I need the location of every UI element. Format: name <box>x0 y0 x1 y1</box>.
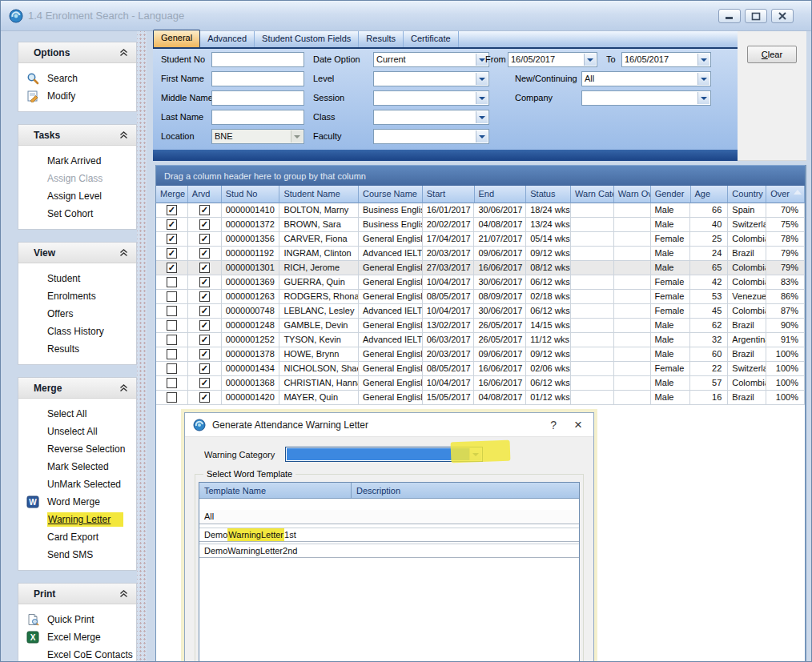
template-filter-row[interactable]: All <box>199 510 579 524</box>
arvd-checkbox[interactable]: ✓ <box>199 263 210 273</box>
arvd-checkbox[interactable]: ✓ <box>199 205 210 215</box>
middle-name-input[interactable] <box>211 90 304 106</box>
minimize-button[interactable] <box>718 9 741 23</box>
location-dropdown[interactable]: BNE <box>211 129 304 144</box>
column-header-warn-cate[interactable]: Warn Cate <box>571 186 614 203</box>
arvd-checkbox[interactable]: ✓ <box>199 291 210 302</box>
template-row[interactable]: DemoWarningLetter1st <box>199 528 579 542</box>
help-button[interactable]: ? <box>550 419 557 431</box>
table-row[interactable]: ✓0000001420MAYER, QuinGeneral English15/… <box>156 391 805 405</box>
arvd-checkbox[interactable]: ✓ <box>199 320 210 331</box>
merge-checkbox[interactable] <box>167 277 177 287</box>
merge-checkbox[interactable]: ✓ <box>167 234 177 244</box>
company-dropdown[interactable] <box>581 90 711 106</box>
sidebar-item-search[interactable]: Search <box>18 70 136 87</box>
column-header-end[interactable]: End <box>475 186 527 203</box>
tab-general[interactable]: General <box>153 30 200 47</box>
template-row[interactable]: DemoWarningLetter2nd <box>199 544 579 558</box>
column-header-country[interactable]: Country <box>728 186 766 203</box>
sidebar-item-set-cohort[interactable]: Set Cohort <box>18 205 136 223</box>
sidebar-item-student[interactable]: Student <box>18 270 136 287</box>
merge-checkbox[interactable]: ✓ <box>167 219 177 230</box>
column-header-status[interactable]: Status <box>526 186 571 203</box>
table-row[interactable]: ✓✓0000001372BROWN, SaraBusiness English2… <box>156 218 805 232</box>
arvd-checkbox[interactable]: ✓ <box>199 378 210 388</box>
table-row[interactable]: ✓✓0000001410BOLTON, MarnyBusiness Englis… <box>156 203 805 218</box>
merge-checkbox[interactable] <box>167 392 177 403</box>
table-row[interactable]: ✓✓0000001356CARVER, FionaGeneral English… <box>156 232 805 247</box>
sidebar-splitter[interactable] <box>137 31 147 661</box>
sidebar-item-unselect-all[interactable]: Unselect All <box>18 423 136 440</box>
sidebar-item-mark-arrived[interactable]: Mark Arrived <box>18 152 136 170</box>
template-name-column-header[interactable]: Template Name <box>199 483 352 498</box>
sidebar-item-offers[interactable]: Offers <box>18 305 136 323</box>
arvd-checkbox[interactable]: ✓ <box>199 277 210 287</box>
sidebar-item-mark-selected[interactable]: Mark Selected <box>18 458 136 475</box>
sidebar-item-word-merge[interactable]: WWord Merge <box>18 493 136 511</box>
merge-checkbox[interactable] <box>167 306 177 316</box>
table-row[interactable]: ✓0000001378HOWE, BrynnGeneral English20/… <box>156 347 805 362</box>
merge-checkbox[interactable] <box>167 378 177 388</box>
column-header-stud-no[interactable]: Stud No <box>222 186 280 203</box>
arvd-checkbox[interactable]: ✓ <box>199 234 210 244</box>
section-header-tasks[interactable]: Tasks <box>18 125 136 146</box>
section-header-print[interactable]: Print <box>18 584 136 604</box>
description-column-header[interactable]: Description <box>352 483 579 498</box>
sidebar-item-reverse-selection[interactable]: Reverse Selection <box>18 440 136 458</box>
sidebar-item-quick-print[interactable]: Quick Print <box>18 611 136 628</box>
merge-checkbox[interactable] <box>167 363 177 374</box>
table-row[interactable]: ✓0000001263RODGERS, RhonaGeneral English… <box>156 290 805 304</box>
section-header-view[interactable]: View <box>18 243 136 263</box>
arvd-checkbox[interactable]: ✓ <box>199 335 210 345</box>
to-date-dropdown[interactable]: 16/05/2017 <box>621 52 711 67</box>
sidebar-item-class-history[interactable]: Class History <box>18 323 136 340</box>
column-header-course-name[interactable]: Course Name <box>359 186 423 203</box>
column-header-age[interactable]: Age <box>691 186 729 203</box>
column-header-arvd[interactable]: Arvd <box>188 186 222 203</box>
sidebar-item-card-export[interactable]: Card Export <box>18 528 136 546</box>
arvd-checkbox[interactable]: ✓ <box>199 306 210 316</box>
arvd-checkbox[interactable]: ✓ <box>199 219 210 230</box>
merge-checkbox[interactable]: ✓ <box>167 263 177 273</box>
faculty-dropdown[interactable] <box>373 129 489 144</box>
merge-checkbox[interactable] <box>167 291 177 302</box>
class-dropdown[interactable] <box>373 110 489 125</box>
column-header-over[interactable]: Over <box>766 186 805 203</box>
group-by-hint[interactable]: Drag a column header here to group by th… <box>156 165 805 186</box>
merge-checkbox[interactable] <box>167 320 177 331</box>
first-name-input[interactable] <box>211 71 304 86</box>
sidebar-item-unmark-selected[interactable]: UnMark Selected <box>18 475 136 493</box>
session-dropdown[interactable] <box>373 90 489 106</box>
table-row[interactable]: ✓0000001369GUERRA, QuinGeneral English10… <box>156 275 805 290</box>
merge-checkbox[interactable]: ✓ <box>167 248 177 259</box>
table-row[interactable]: ✓0000001368CHRISTIAN, HannaGeneral Engli… <box>156 376 805 391</box>
arvd-checkbox[interactable]: ✓ <box>199 248 210 259</box>
maximize-button[interactable] <box>745 9 767 23</box>
arvd-checkbox[interactable]: ✓ <box>199 363 210 374</box>
column-header-gender[interactable]: Gender <box>651 186 691 203</box>
student-no-input[interactable] <box>211 52 304 67</box>
from-date-dropdown[interactable]: 16/05/2017 <box>508 52 597 67</box>
sidebar-item-modify[interactable]: Modify <box>18 87 136 105</box>
table-row[interactable]: ✓0000001248GAMBLE, DevinGeneral English1… <box>156 319 805 333</box>
tab-student-custom-fields[interactable]: Student Custom Fields <box>255 31 359 47</box>
sidebar-item-send-sms[interactable]: Send SMS <box>18 546 136 564</box>
sidebar-item-results[interactable]: Results <box>18 340 136 358</box>
tab-certificate[interactable]: Certificate <box>404 31 459 47</box>
column-header-start[interactable]: Start <box>423 186 475 203</box>
section-header-options[interactable]: Options <box>18 42 136 63</box>
sidebar-item-enrolments[interactable]: Enrolments <box>18 287 136 305</box>
arvd-checkbox[interactable]: ✓ <box>199 392 210 403</box>
sidebar-item-warning-letter[interactable]: Warning Letter <box>18 511 136 528</box>
new-continuing-dropdown[interactable]: All <box>581 71 711 86</box>
sidebar-item-excel-merge[interactable]: XExcel Merge <box>18 628 136 646</box>
table-row[interactable]: ✓✓0000001301RICH, JeromeGeneral English2… <box>156 261 805 275</box>
table-row[interactable]: ✓0000001434NICHOLSON, ShaeleGeneral Engl… <box>156 362 805 376</box>
sidebar-item-select-all[interactable]: Select All <box>18 405 136 423</box>
merge-checkbox[interactable] <box>167 335 177 345</box>
merge-checkbox[interactable]: ✓ <box>167 205 177 215</box>
sidebar-item-excel-coe-contacts[interactable]: Excel CoE Contacts <box>18 646 136 662</box>
table-row[interactable]: ✓0000000748LEBLANC, LesleyAdvanced IELTS… <box>156 304 805 319</box>
table-row[interactable]: ✓✓0000001192INGRAM, ClintonAdvanced IELT… <box>156 247 805 261</box>
table-row[interactable]: ✓0000001252TYSON, KevinAdvanced IELTS06/… <box>156 333 805 347</box>
